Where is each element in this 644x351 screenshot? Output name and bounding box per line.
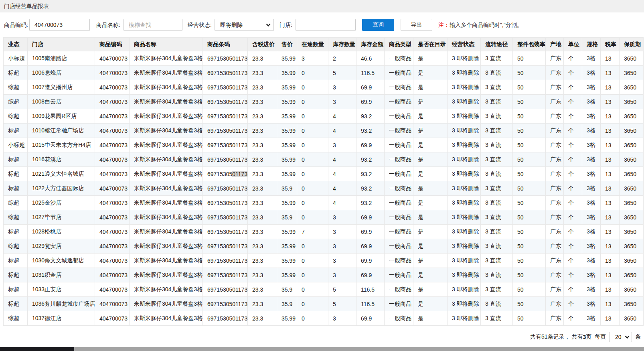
cell-status: 3 即将删除	[448, 268, 481, 282]
cell-origin: 广东	[546, 66, 564, 80]
cell-tax-rate: 13	[601, 268, 620, 282]
cell-tax-rate: 13	[601, 225, 620, 239]
cell-product-name: 米斯米豚仔304儿童餐盘3格	[130, 282, 203, 297]
cell-stock-qty: 4	[328, 109, 356, 124]
cell-stock-amount: 69.9	[356, 95, 385, 109]
cell-product-type: 一般商品	[385, 311, 413, 326]
cell-format: 综超	[4, 311, 28, 326]
cell-format: 标超	[4, 167, 28, 181]
cell-origin: 广东	[546, 181, 564, 196]
horizontal-scrollbar-thumb[interactable]	[0, 347, 74, 351]
cell-spec: 3格	[582, 138, 601, 152]
cell-shelf-life: 3650	[620, 225, 644, 239]
cell-barcode: 6971530501173	[203, 66, 248, 80]
cell-origin: 广东	[546, 225, 564, 239]
cell-product-code: 404700073	[95, 138, 130, 152]
cell-package-rate: 50	[513, 80, 546, 95]
product-name-input[interactable]	[124, 19, 182, 31]
cell-status: 3 即将删除	[448, 254, 481, 268]
page-size-select[interactable]: 20	[609, 332, 632, 342]
page-size-select-wrap: 20	[609, 332, 632, 342]
cell-transit-qty: 0	[297, 167, 328, 181]
cell-in-catalog: 是	[413, 282, 448, 297]
cell-origin: 广东	[546, 109, 564, 124]
column-header-package-rate: 整件包装率	[513, 38, 546, 51]
pages-suffix-text: 页 每页	[586, 333, 606, 341]
cell-barcode: 6971530501173	[203, 152, 248, 167]
cell-in-catalog: 是	[413, 152, 448, 167]
cell-spec: 3格	[582, 181, 601, 196]
cell-format: 标超	[4, 225, 28, 239]
table-body: 小标超1005南浦路店404700073米斯米豚仔304儿童餐盘3格697153…	[4, 51, 644, 326]
store-input[interactable]	[296, 19, 356, 31]
cell-status: 3 即将删除	[448, 138, 481, 152]
table-row: 综超1009花果园R区店404700073米斯米豚仔304儿童餐盘3格69715…	[4, 109, 644, 124]
cell-transit-qty: 0	[297, 210, 328, 225]
cell-sell-price: 35.99	[277, 268, 297, 282]
column-header-transit-qty: 在途数量	[297, 38, 328, 51]
cell-barcode: 6971530501173	[203, 210, 248, 225]
cell-format: 综超	[4, 210, 28, 225]
cell-in-catalog: 是	[413, 51, 448, 66]
cell-spec: 3格	[582, 95, 601, 109]
cell-transit-qty: 7	[297, 225, 328, 239]
cell-sell-price: 35.9	[277, 282, 297, 297]
cell-stock-qty: 3	[328, 95, 356, 109]
cell-store: 1010榕江常驰广场店	[28, 124, 95, 138]
cell-product-type: 一般商品	[385, 80, 413, 95]
column-header-sell-price: 售价	[277, 38, 297, 51]
product-code-input[interactable]	[29, 19, 90, 31]
cell-product-type: 一般商品	[385, 95, 413, 109]
cell-unit: 个	[564, 311, 582, 326]
cell-sell-price: 35.99	[277, 311, 297, 326]
cell-unit: 个	[564, 297, 582, 311]
cell-cost-price: 23.3	[248, 254, 277, 268]
column-header-format: 业态	[4, 38, 28, 51]
cell-format: 小标超	[4, 138, 28, 152]
export-button[interactable]: 导出	[401, 19, 432, 31]
table-row: 综超1029瓮安店404700073米斯米豚仔304儿童餐盘3格69715305…	[4, 239, 644, 254]
cell-barcode: 6971530501173	[203, 80, 248, 95]
cell-format: 综超	[4, 80, 28, 95]
cell-channel: 3 直流	[481, 167, 513, 181]
column-header-product-code: 商品编码	[95, 38, 130, 51]
cell-format: 标超	[4, 282, 28, 297]
cell-stock-qty: 3	[328, 138, 356, 152]
cell-cost-price: 23.3	[248, 225, 277, 239]
cell-shelf-life: 3650	[620, 268, 644, 282]
cell-sell-price: 35.99	[277, 95, 297, 109]
cell-in-catalog: 是	[413, 95, 448, 109]
status-select[interactable]: 即将删除	[215, 19, 274, 31]
cell-product-code: 404700073	[95, 268, 130, 282]
cell-channel: 3 直流	[481, 254, 513, 268]
cell-cost-price: 23.3	[248, 268, 277, 282]
cell-store: 1008白云店	[28, 95, 95, 109]
cell-channel: 3 直流	[481, 124, 513, 138]
horizontal-scrollbar[interactable]	[0, 347, 644, 351]
cell-sell-price: 35.99	[277, 254, 297, 268]
cell-product-code: 404700073	[95, 297, 130, 311]
cell-stock-amount: 69.9	[356, 210, 385, 225]
cell-stock-amount: 116.5	[356, 297, 385, 311]
cell-shelf-life: 3650	[620, 109, 644, 124]
cell-cost-price: 23.3	[248, 66, 277, 80]
cell-product-code: 404700073	[95, 210, 130, 225]
cell-unit: 个	[564, 109, 582, 124]
cell-cost-price: 23.3	[248, 297, 277, 311]
cell-unit: 个	[564, 66, 582, 80]
cell-channel: 3 直流	[481, 66, 513, 80]
cell-unit: 个	[564, 80, 582, 95]
cell-package-rate: 50	[513, 268, 546, 282]
cell-cost-price: 23.3	[248, 95, 277, 109]
cell-spec: 3格	[582, 297, 601, 311]
cell-product-type: 一般商品	[385, 167, 413, 181]
cell-package-rate: 50	[513, 109, 546, 124]
cell-product-name: 米斯米豚仔304儿童餐盘3格	[130, 181, 203, 196]
cell-package-rate: 50	[513, 196, 546, 210]
cell-cost-price: 23.3	[248, 181, 277, 196]
query-button[interactable]: 查询	[362, 19, 394, 31]
cell-product-name: 米斯米豚仔304儿童餐盘3格	[130, 167, 203, 181]
cell-package-rate: 50	[513, 95, 546, 109]
cell-unit: 个	[564, 196, 582, 210]
cell-stock-qty: 5	[328, 297, 356, 311]
